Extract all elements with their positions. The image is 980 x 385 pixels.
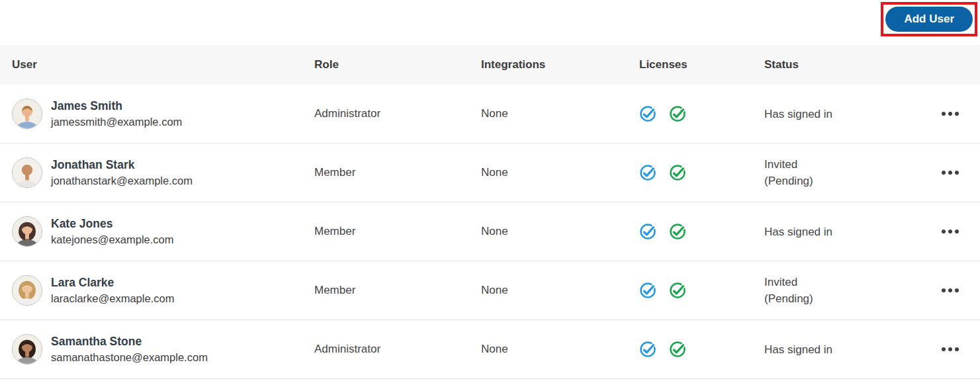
user-text: James Smith jamessmith@example.com (51, 100, 182, 128)
avatar-illustration (13, 276, 42, 305)
table-row: Lara Clarke laraclarke@exmaple.com Membe… (0, 261, 980, 320)
user-email: jamessmith@example.com (51, 116, 182, 128)
status-line-2: (Pending) (764, 173, 916, 189)
blue-check-circle-icon (639, 223, 656, 240)
column-header-role: Role (314, 58, 481, 71)
status-line: Invited (764, 156, 916, 173)
licenses-cell (639, 282, 764, 299)
status-cell: Has signed in (764, 106, 916, 122)
row-menu-ellipsis-button[interactable] (940, 284, 960, 296)
blue-check-circle-icon (639, 282, 656, 299)
role-cell: Member (314, 225, 481, 238)
avatar-illustration (13, 158, 42, 187)
user-email: katejones@example.com (51, 234, 174, 245)
integrations-cell: None (481, 225, 639, 238)
licenses-cell (639, 341, 764, 358)
status-line-2: (Pending) (764, 290, 916, 307)
row-menu-ellipsis-button[interactable] (940, 226, 960, 237)
licenses-cell (639, 164, 764, 181)
row-menu-ellipsis-button[interactable] (940, 343, 960, 355)
role-cell: Administrator (314, 343, 481, 356)
user-email: samanathastone@example.com (51, 351, 208, 363)
licenses-cell (639, 223, 764, 240)
user-name: James Smith (51, 100, 182, 112)
click-target-highlight: Add User (881, 2, 977, 36)
avatar-illustration (13, 217, 42, 246)
column-header-status: Status (764, 58, 916, 71)
avatar-illustration (13, 335, 42, 364)
user-email: laraclarke@exmaple.com (51, 292, 174, 304)
row-menu-ellipsis-button[interactable] (940, 167, 960, 179)
integrations-cell: None (481, 343, 639, 356)
user-name: Samantha Stone (51, 335, 208, 348)
status-cell: Invited (Pending) (764, 156, 916, 189)
role-cell: Member (314, 166, 481, 179)
integrations-cell: None (481, 166, 639, 179)
status-cell: Has signed in (764, 341, 916, 358)
blue-check-circle-icon (639, 341, 656, 358)
blue-check-circle-icon (639, 105, 656, 122)
table-row: Jonathan Stark jonathanstark@example.com… (0, 144, 980, 202)
status-cell: Invited (Pending) (764, 274, 916, 307)
actions-cell (940, 284, 980, 296)
avatar (12, 216, 42, 247)
role-cell: Administrator (314, 107, 481, 120)
table-row: Kate Jones katejones@example.com Member … (0, 202, 980, 261)
user-text: Jonathan Stark jonathanstark@example.com (51, 159, 193, 187)
user-cell: James Smith jamessmith@example.com (12, 99, 314, 129)
toolbar: Add User (0, 0, 980, 45)
green-check-circle-icon (669, 105, 686, 122)
avatar (12, 99, 42, 129)
licenses-cell (639, 105, 764, 122)
green-check-circle-icon (669, 164, 686, 181)
user-name: Kate Jones (51, 218, 174, 230)
user-name: Jonathan Stark (51, 159, 193, 171)
add-user-button[interactable]: Add User (885, 7, 973, 32)
avatar-illustration (13, 99, 42, 128)
table-row: James Smith jamessmith@example.com Admin… (0, 85, 980, 144)
user-cell: Jonathan Stark jonathanstark@example.com (12, 157, 314, 188)
status-line: Invited (764, 274, 916, 290)
status-line: Has signed in (764, 106, 916, 122)
actions-cell (940, 167, 980, 179)
row-menu-ellipsis-button[interactable] (940, 108, 960, 120)
user-text: Lara Clarke laraclarke@exmaple.com (51, 277, 174, 304)
user-text: Samantha Stone samanathastone@example.co… (51, 335, 208, 363)
column-header-user: User (12, 58, 314, 71)
user-text: Kate Jones katejones@example.com (51, 218, 174, 245)
user-management-page: Add User User Role Integrations Licenses… (0, 0, 980, 385)
user-cell: Lara Clarke laraclarke@exmaple.com (12, 275, 314, 306)
table-row: Samantha Stone samanathastone@example.co… (0, 320, 980, 379)
user-name: Lara Clarke (51, 277, 174, 289)
status-line: Has signed in (764, 341, 916, 358)
actions-cell (940, 343, 980, 355)
green-check-circle-icon (669, 282, 686, 299)
role-cell: Member (314, 284, 481, 297)
user-cell: Samantha Stone samanathastone@example.co… (12, 334, 314, 364)
status-cell: Has signed in (764, 224, 916, 240)
green-check-circle-icon (669, 223, 686, 240)
green-check-circle-icon (669, 341, 686, 358)
status-line: Has signed in (764, 224, 916, 240)
column-header-integrations: Integrations (481, 58, 639, 71)
integrations-cell: None (481, 284, 639, 297)
user-email: jonathanstark@example.com (51, 175, 193, 187)
user-cell: Kate Jones katejones@example.com (12, 216, 314, 247)
blue-check-circle-icon (639, 164, 656, 181)
avatar (12, 157, 42, 188)
avatar (12, 275, 42, 306)
column-header-licenses: Licenses (639, 58, 764, 71)
integrations-cell: None (481, 107, 639, 120)
actions-cell (940, 226, 980, 237)
actions-cell (940, 108, 980, 120)
avatar (12, 334, 42, 364)
table-header-row: User Role Integrations Licenses Status (0, 45, 980, 85)
